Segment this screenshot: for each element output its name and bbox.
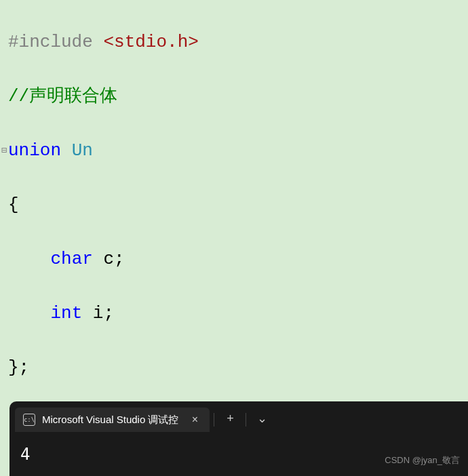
fold-icon[interactable]: ⊟: [0, 137, 8, 164]
keyword-union: union: [8, 140, 61, 161]
output-line: 4: [20, 445, 30, 464]
new-tab-button[interactable]: +: [218, 408, 241, 429]
tab-divider: [246, 413, 246, 427]
comment-line: //声明联合体: [8, 86, 117, 106]
watermark-text: CSDN @jyan_敬言: [385, 454, 460, 467]
member-i: i;: [93, 303, 114, 323]
cmd-icon: c:\: [23, 414, 35, 426]
tab-dropdown-button[interactable]: ⌄: [250, 408, 273, 429]
chevron-down-icon: ⌄: [257, 411, 267, 426]
member-c: c;: [103, 249, 124, 269]
code-editor[interactable]: #include <stdio.h> //声明联合体 ⊟union Un { c…: [0, 0, 468, 400]
close-icon[interactable]: ×: [188, 413, 201, 427]
plus-icon: +: [227, 412, 234, 426]
keyword-int: int: [50, 303, 82, 323]
terminal-tabbar: c:\ Microsoft Visual Studio 调试控 × + ⌄: [9, 401, 468, 433]
terminal-tab[interactable]: c:\ Microsoft Visual Studio 调试控 ×: [15, 408, 210, 432]
tab-title: Microsoft Visual Studio 调试控: [42, 414, 178, 427]
preproc-directive: #include: [8, 32, 93, 52]
keyword-char: char: [50, 249, 92, 269]
terminal-panel: c:\ Microsoft Visual Studio 调试控 × + ⌄ 4 …: [9, 401, 468, 476]
brace-open: {: [8, 195, 19, 215]
include-path: <stdio.h>: [103, 32, 198, 52]
type-name: Un: [72, 140, 93, 161]
brace-close: };: [8, 357, 29, 378]
tab-divider: [214, 413, 214, 427]
